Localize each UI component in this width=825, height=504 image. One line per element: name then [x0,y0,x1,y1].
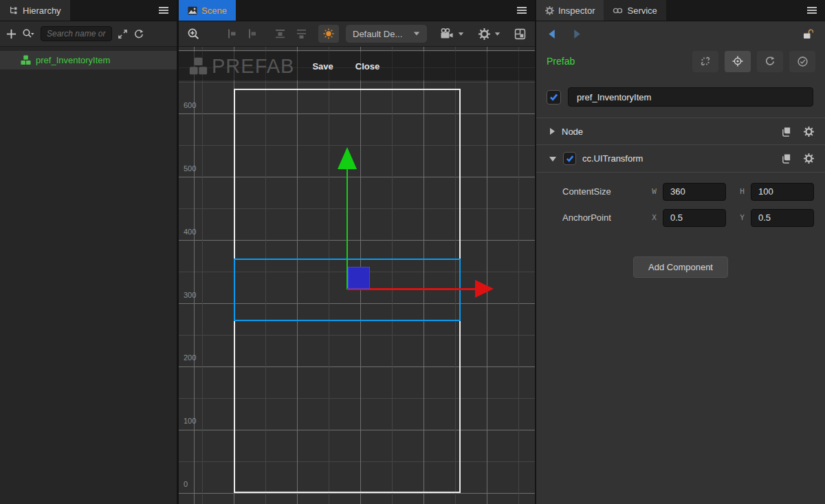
apply-prefab-button[interactable] [789,51,815,72]
unlink-icon [700,56,711,67]
prefab-cubes-icon [21,55,31,65]
hierarchy-item-pref-inventoryitem[interactable]: pref_InventoryItem [0,51,177,69]
hierarchy-menu-icon[interactable] [159,6,168,14]
scene-menu-icon[interactable] [517,6,527,14]
inspector-nav-row [536,21,825,46]
caret-right-icon[interactable] [549,127,556,135]
content-size-w-input[interactable] [663,183,726,201]
prefab-banner: PREFAB Save Close [179,52,535,80]
sun-icon [323,28,334,39]
scene-viewport[interactable]: 600 500 400 300 200 100 0 PREFAB Save Cl… [179,47,535,504]
service-link-icon [613,7,623,14]
unlink-prefab-button[interactable] [692,51,718,72]
align-left-icon[interactable] [226,28,237,39]
gizmo-xy-plane-handle[interactable] [348,267,370,289]
history-forward-icon[interactable] [573,29,582,39]
content-size-label: ContentSize [562,186,649,197]
target-icon [732,56,743,67]
w-key-label: W [649,187,659,196]
refresh-icon[interactable] [133,29,144,39]
scene-light-toggle[interactable] [318,25,339,43]
prefab-banner-title: PREFAB [212,55,294,78]
check-icon [549,93,558,101]
tab-scene[interactable]: Scene [179,0,236,21]
distribute-horizontal-icon[interactable] [296,28,307,39]
ruler-label: 500 [184,164,196,173]
align-right-icon[interactable] [247,28,258,39]
ruler-label: 400 [184,228,196,236]
hierarchy-search-input[interactable] [41,26,112,41]
node-docs-book-icon[interactable] [781,127,792,137]
render-mode-value: Default De... [353,29,409,39]
uitransform-enabled-checkbox[interactable] [563,152,576,165]
gizmo-y-arrowhead[interactable] [338,147,357,169]
tab-service[interactable]: Service [604,0,666,21]
anchor-point-row: AnchorPoint X Y [562,208,814,227]
camera-icon[interactable] [440,28,454,39]
camera-chevron-icon[interactable] [458,32,464,36]
prefab-header-row: Prefab [536,50,825,72]
uitransform-section-label: cc.UITransform [582,153,643,164]
check-circle-icon [797,56,808,67]
add-component-row: Add Component [536,256,825,278]
gizmo-gear-icon[interactable] [478,28,490,40]
tab-service-label: Service [627,6,657,16]
restore-prefab-button[interactable] [757,51,783,72]
uitransform-docs-book-icon[interactable] [781,153,792,164]
ruler-label: 300 [184,291,196,299]
hierarchy-tree-icon [9,6,19,15]
zoom-in-icon[interactable] [187,28,200,41]
lock-open-icon[interactable] [802,28,814,40]
inspector-menu-icon[interactable] [807,6,817,14]
anchor-point-x-input[interactable] [663,209,726,227]
ruler-label: 0 [184,480,188,488]
node-section-header[interactable]: Node [536,118,825,145]
node-name-input[interactable] [568,87,813,107]
create-node-plus-icon[interactable] [6,29,16,39]
caret-down-icon[interactable] [549,155,557,162]
uitransform-props: ContentSize W H AnchorPoint X Y [536,173,825,234]
x-key-label: X [649,213,659,222]
restore-refresh-icon [764,56,776,67]
add-component-button[interactable]: Add Component [633,256,728,278]
h-key-label: H [737,187,747,196]
chevron-down-icon [413,31,420,36]
layout-grid-icon[interactable] [514,28,526,40]
tab-inspector-label: Inspector [558,6,595,16]
prefab-close-button[interactable]: Close [355,61,380,72]
hierarchy-panel: Hierarchy p [0,0,177,504]
inspector-panel: Inspector Service Prefab [536,0,825,504]
search-filter-icon[interactable] [22,28,35,39]
anchor-point-y-input[interactable] [751,209,814,227]
uitransform-section-header[interactable]: cc.UITransform [536,145,825,173]
prefab-asset-label: Prefab [547,56,575,67]
gear-chevron-icon[interactable] [494,32,500,36]
history-back-icon[interactable] [547,29,556,39]
prefab-actions [692,51,815,72]
prefab-cubes-icon [189,57,208,76]
distribute-vertical-icon[interactable] [274,28,286,39]
node-active-checkbox[interactable] [547,90,561,105]
anchor-point-label: AnchorPoint [562,212,649,223]
inspector-tabbar: Inspector Service [536,0,825,21]
scene-toolbar: Default De... [179,21,535,47]
node-section-label: Node [562,127,583,137]
node-name-row [536,87,825,107]
content-size-row: ContentSize W H [562,182,814,201]
locate-asset-button[interactable] [725,51,751,72]
prefab-save-button[interactable]: Save [312,61,333,72]
tab-hierarchy[interactable]: Hierarchy [0,0,70,21]
ruler-label: 600 [184,101,196,109]
expand-all-icon[interactable] [118,29,128,39]
render-mode-dropdown[interactable]: Default De... [346,25,427,43]
inspector-gear-icon [545,6,554,15]
gizmo-x-arrowhead[interactable] [475,280,494,298]
scene-image-icon [188,6,197,15]
node-settings-gear-icon[interactable] [804,127,814,137]
tab-inspector[interactable]: Inspector [536,0,604,21]
scene-panel: Scene [179,0,535,504]
uitransform-settings-gear-icon[interactable] [804,153,814,164]
tab-scene-label: Scene [201,6,227,16]
check-icon [566,155,574,162]
content-size-h-input[interactable] [751,183,814,201]
